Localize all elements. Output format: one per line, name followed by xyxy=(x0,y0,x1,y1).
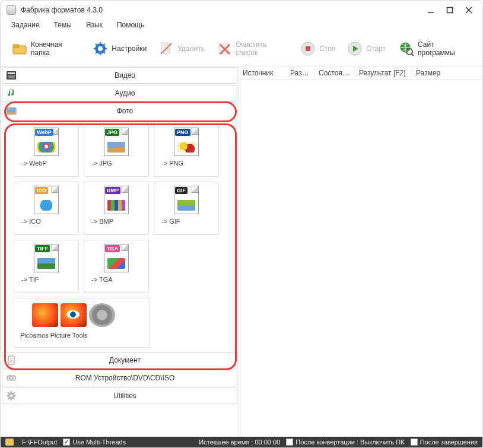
format-label: -> ICO xyxy=(14,218,41,225)
category-audio[interactable]: Аудио xyxy=(2,85,237,101)
clear-icon xyxy=(217,41,232,56)
stop-label: Стоп xyxy=(319,45,335,53)
category-document[interactable]: Документ xyxy=(2,352,237,368)
format-grid: WebP-> WebPJPG-> JPGPNG-> PNGICO-> ICOBM… xyxy=(1,120,239,351)
category-rom[interactable]: ROM Устройство\DVD\CD\ISO xyxy=(2,370,237,386)
col-state[interactable]: Состояние xyxy=(315,66,355,80)
clear-list-button[interactable]: Очистить список xyxy=(211,37,294,60)
col-result[interactable]: Результат [F2] xyxy=(355,66,412,80)
statusbar: F:\FFOutput Use Multi-Threads Истекшее в… xyxy=(1,437,482,447)
file-thumb-icon: TIFF xyxy=(34,244,59,272)
menu-themes[interactable]: Темы xyxy=(52,20,74,30)
file-thumb-icon: PNG xyxy=(174,128,199,156)
picosmos-icon-eye xyxy=(61,303,87,327)
start-button[interactable]: Старт xyxy=(342,38,391,59)
format-label: -> BMP xyxy=(84,218,113,225)
col-size[interactable]: Разм... xyxy=(287,66,315,80)
play-icon xyxy=(347,41,363,56)
site-label: Сайт программы xyxy=(418,40,471,57)
svg-rect-5 xyxy=(13,45,19,47)
picosmos-label: Picosmos Picture Tools xyxy=(20,332,88,339)
photo-icon xyxy=(6,106,17,116)
close-button[interactable] xyxy=(465,6,473,14)
checkbox-icon xyxy=(286,439,293,446)
status-multithread[interactable]: Use Multi-Threads xyxy=(63,439,126,446)
clear-list-label: Очистить список xyxy=(236,40,288,57)
folder-icon xyxy=(12,41,27,56)
delete-label: Удалить xyxy=(177,45,205,53)
picosmos-icon-1 xyxy=(32,303,58,327)
checkbox-icon xyxy=(411,439,418,446)
format-cell-jpg[interactable]: JPG-> JPG xyxy=(84,123,149,177)
format-cell-tiff[interactable]: TIFF-> TIF xyxy=(14,240,79,293)
category-utilities-label: Utilities xyxy=(17,392,233,400)
gear-icon xyxy=(93,41,108,56)
delete-button[interactable]: Удалить xyxy=(153,38,210,59)
menu-task[interactable]: Задание xyxy=(9,20,42,30)
status-output-path[interactable]: F:\FFOutput xyxy=(22,439,57,446)
svg-point-37 xyxy=(10,395,12,397)
category-photo[interactable]: Фото xyxy=(2,103,237,119)
format-cell-tga[interactable]: TGA-> TGA xyxy=(84,240,149,293)
format-label: -> TIF xyxy=(14,276,39,283)
gear-small-icon xyxy=(6,390,17,401)
format-label: -> JPG xyxy=(84,160,112,167)
svg-point-7 xyxy=(98,46,103,51)
site-button[interactable]: Сайт программы xyxy=(393,37,476,60)
svg-rect-17 xyxy=(306,46,310,51)
svg-rect-25 xyxy=(8,75,15,78)
format-cell-picosmos[interactable]: Picosmos Picture Tools xyxy=(14,298,150,348)
picosmos-icon-gear xyxy=(89,303,115,327)
svg-rect-24 xyxy=(8,72,15,74)
delete-icon xyxy=(158,41,174,56)
col-source[interactable]: Источник xyxy=(239,66,287,80)
col-size2[interactable]: Размер xyxy=(412,66,482,80)
category-photo-label: Фото xyxy=(17,107,233,115)
music-icon xyxy=(6,88,17,99)
app-icon xyxy=(7,5,16,15)
settings-button[interactable]: Настройки xyxy=(87,38,152,59)
start-label: Старт xyxy=(366,45,386,53)
minimize-button[interactable] xyxy=(427,6,435,14)
category-video[interactable]: Видео xyxy=(2,67,237,84)
category-audio-label: Аудио xyxy=(17,89,233,97)
category-document-label: Документ xyxy=(17,356,233,364)
settings-label: Настройки xyxy=(112,45,147,53)
list-header: Источник Разм... Состояние Результат [F2… xyxy=(239,66,482,80)
format-cell-ico[interactable]: ICO-> ICO xyxy=(14,182,79,235)
file-thumb-icon: TGA xyxy=(104,244,129,272)
format-cell-gif[interactable]: GIF-> GIF xyxy=(154,182,219,235)
status-after-done[interactable]: После завершения xyxy=(411,439,478,446)
file-thumb-icon: ICO xyxy=(34,186,59,214)
file-thumb-icon: JPG xyxy=(104,128,129,156)
checkbox-icon xyxy=(63,439,70,446)
maximize-button[interactable] xyxy=(446,6,454,14)
globe-search-icon xyxy=(399,41,414,56)
format-label: -> WebP xyxy=(14,160,47,167)
output-folder-button[interactable]: Конечная папка xyxy=(7,37,86,60)
category-utilities[interactable]: Utilities xyxy=(2,387,237,404)
status-after-conv[interactable]: После конвертации : Выключить ПК xyxy=(286,439,404,446)
format-cell-png[interactable]: PNG-> PNG xyxy=(154,123,219,177)
svg-point-35 xyxy=(9,377,14,379)
titlebar: Фабрика форматов 4.3.0 xyxy=(1,1,482,17)
status-elapsed: Истекшее время : 00:00:00 xyxy=(199,439,280,446)
format-label: -> TGA xyxy=(84,276,113,283)
output-folder-label: Конечная папка xyxy=(31,40,81,57)
format-label: -> GIF xyxy=(154,218,180,225)
file-thumb-icon: WebP xyxy=(34,128,59,156)
menu-language[interactable]: Язык xyxy=(84,20,105,30)
format-cell-webp[interactable]: WebP-> WebP xyxy=(14,123,79,177)
list-body[interactable] xyxy=(239,80,482,437)
left-panel: Видео Аудио Фото WebP-> WebPJPG-> JPGPNG… xyxy=(1,66,239,437)
format-cell-bmp[interactable]: BMP-> BMP xyxy=(84,182,149,235)
disc-drive-icon xyxy=(6,373,17,383)
document-icon xyxy=(6,355,17,366)
toolbar: Конечная папка Настройки Удалить Очистит… xyxy=(1,34,482,66)
category-video-label: Видео xyxy=(17,71,233,80)
svg-point-28 xyxy=(8,109,10,110)
stop-button[interactable]: Стоп xyxy=(295,38,341,59)
stop-icon xyxy=(300,41,316,56)
status-folder-icon[interactable] xyxy=(5,439,14,446)
menu-help[interactable]: Помощь xyxy=(115,20,147,30)
